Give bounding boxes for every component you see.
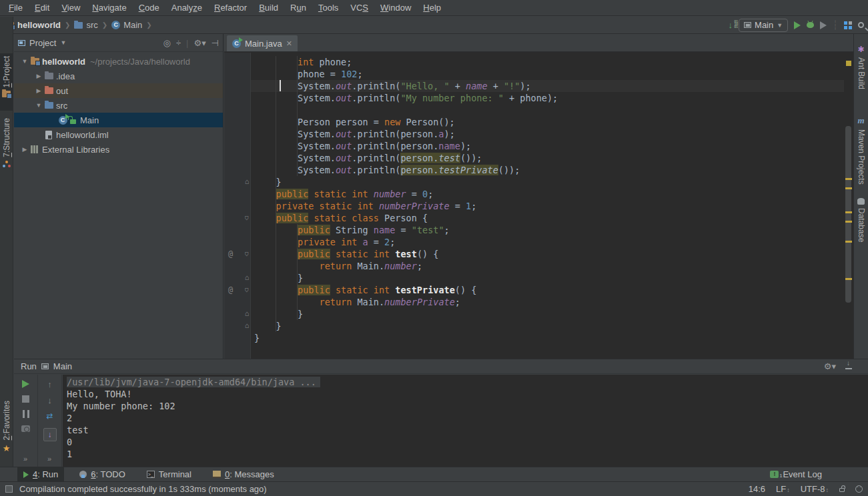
file-encoding[interactable]: UTF-8↕ <box>801 484 829 494</box>
menu-view[interactable]: View <box>55 0 86 16</box>
up-stack-trace-icon[interactable]: ↑ <box>47 380 52 389</box>
tool-button-1-project[interactable]: 1:Project <box>0 53 13 111</box>
fold-marker-icon[interactable]: ⌂ <box>243 214 251 222</box>
more-icon[interactable]: » <box>47 455 52 463</box>
error-stripe-mark[interactable] <box>845 187 852 189</box>
search-everywhere-icon[interactable] <box>858 22 864 28</box>
tree-item-label: src <box>56 101 67 111</box>
menu-refactor[interactable]: Refactor <box>208 0 253 16</box>
more-icon[interactable]: » <box>23 455 28 463</box>
down-stack-trace-icon[interactable]: ↓ <box>47 396 52 405</box>
breadcrumb-helloworld[interactable]: helloworld <box>5 20 61 30</box>
status-message: Compilation completed successfully in 1s… <box>19 484 267 494</box>
error-stripe-mark[interactable] <box>845 241 852 243</box>
line-separator[interactable]: LF↕ <box>776 484 790 494</box>
thread-dump-icon[interactable] <box>21 425 30 432</box>
menu-edit[interactable]: Edit <box>29 0 55 16</box>
menu-run[interactable]: Run <box>284 0 312 16</box>
locate-file-icon[interactable]: ◎ <box>163 38 171 48</box>
tab-main-java[interactable]: C Main.java ✕ <box>227 35 298 51</box>
analysis-status-icon[interactable] <box>846 61 851 66</box>
tool-button-2-favorites[interactable]: 2:Favorites★ <box>0 398 13 461</box>
tool-button-maven-projects[interactable]: mMaven Projects <box>854 113 868 190</box>
run-configuration-select[interactable]: Main ▼ <box>739 19 788 32</box>
tree-item--idea[interactable]: ▶.idea <box>14 69 223 83</box>
tree-item-src[interactable]: ▼src <box>14 98 223 113</box>
rerun-button[interactable] <box>22 380 29 388</box>
caret-position[interactable]: 14:6 <box>749 484 765 494</box>
run-panel-title[interactable]: Run <box>21 361 37 371</box>
menu-vcs[interactable]: VCS <box>344 0 374 16</box>
menu-code[interactable]: Code <box>133 0 165 16</box>
fold-marker-icon[interactable]: ⌂ <box>243 322 251 330</box>
gear-icon[interactable]: ⚙▾ <box>193 38 205 48</box>
error-stripe-mark[interactable] <box>845 178 852 180</box>
error-stripe-mark[interactable] <box>845 278 852 280</box>
menu-tools[interactable]: Tools <box>312 0 344 16</box>
scrollbar-thumb[interactable] <box>845 126 851 303</box>
chevron-down-icon[interactable]: ▼ <box>60 39 66 46</box>
menu-file[interactable]: File <box>3 0 29 16</box>
right-tool-stripe: ✱Ant BuildmMaven ProjectsDatabase <box>853 34 868 359</box>
breadcrumb-Main[interactable]: CMain <box>111 20 142 30</box>
error-stripe-mark[interactable] <box>845 211 852 213</box>
run-console[interactable]: /usr/lib/jvm/java-7-openjdk-amd64/bin/ja… <box>63 375 868 467</box>
toolwindow-toggle-icon[interactable] <box>5 485 13 493</box>
hide-panel-icon[interactable] <box>845 363 852 369</box>
tool-button-7-structure[interactable]: 7:Structure <box>0 115 13 182</box>
pause-output-button[interactable] <box>23 410 29 418</box>
debug-button[interactable] <box>807 22 814 28</box>
chevron-expanded-icon[interactable]: ▼ <box>35 102 43 109</box>
annotation-icon[interactable]: @ <box>228 249 233 259</box>
highlighting-level-icon[interactable] <box>855 485 863 493</box>
project-view-icon <box>18 40 25 46</box>
chevron-collapsed-icon[interactable]: ▶ <box>35 87 43 94</box>
run-button[interactable] <box>794 21 801 29</box>
fold-marker-icon[interactable]: ⌂ <box>243 274 251 282</box>
gear-icon[interactable]: ⚙▾ <box>824 361 836 371</box>
stop-button[interactable] <box>22 395 29 403</box>
tree-item-helloworld-iml[interactable]: helloworld.iml <box>14 127 223 142</box>
tree-item-main[interactable]: CMain <box>14 113 223 127</box>
error-stripe-mark[interactable] <box>845 221 852 223</box>
scroll-to-end-icon[interactable]: ↓ <box>43 428 57 441</box>
fold-marker-icon[interactable]: ⌂ <box>243 250 251 258</box>
menu-navigate[interactable]: Navigate <box>86 0 132 16</box>
soft-wrap-icon[interactable]: ⇄ <box>46 412 53 421</box>
tool-button-4-run[interactable]: 4: Run <box>17 467 64 482</box>
chevron-collapsed-icon[interactable]: ▶ <box>21 146 29 153</box>
fold-marker-icon[interactable]: ⌂ <box>243 178 251 186</box>
menu-help[interactable]: Help <box>417 0 447 16</box>
event-log-button[interactable]: !1Event Log <box>764 467 828 482</box>
tool-button-database[interactable]: Database <box>854 195 868 251</box>
close-icon[interactable]: ✕ <box>286 39 292 48</box>
menu-analyze[interactable]: Analyze <box>165 0 208 16</box>
tree-item-external-libraries[interactable]: ▶External Libraries <box>14 142 223 157</box>
tree-item-out[interactable]: ▶out <box>14 83 223 98</box>
collapse-all-icon[interactable]: ÷ <box>176 38 181 48</box>
breadcrumb-src[interactable]: src <box>74 20 97 30</box>
run-panel-header: Run Main ⚙▾ <box>14 359 868 374</box>
chevron-expanded-icon[interactable]: ▼ <box>21 58 29 65</box>
fold-marker-icon[interactable]: ⌂ <box>243 286 251 294</box>
project-structure-button[interactable] <box>844 21 852 29</box>
annotation-icon[interactable]: @ <box>228 285 233 295</box>
fold-marker-icon[interactable]: ⌂ <box>243 310 251 318</box>
tree-item-helloworld[interactable]: ▼helloworld~/projects/Java/helloworld <box>14 54 223 69</box>
hide-panel-icon[interactable]: ⊣ <box>211 38 219 48</box>
vcs-update-icon[interactable]: ↓011001 <box>729 20 733 30</box>
folder-icon <box>45 73 53 79</box>
menu-build[interactable]: Build <box>253 0 284 16</box>
lock-icon[interactable] <box>839 488 845 492</box>
coverage-button[interactable] <box>820 21 827 29</box>
code-area[interactable]: ⌂⌂⌂⌂⌂⌂⌂@@ int phone; phone = 102; System… <box>224 53 853 359</box>
tool-button-6-todo[interactable]: 6: TODO <box>73 467 131 482</box>
editor-scrollbar[interactable] <box>844 53 853 359</box>
tool-button-0-messages[interactable]: 0: Messages <box>207 467 280 482</box>
editor-gutter[interactable]: ⌂⌂⌂⌂⌂⌂⌂@@ <box>224 53 251 359</box>
tool-button-terminal[interactable]: >_Terminal <box>141 467 197 482</box>
chevron-collapsed-icon[interactable]: ▶ <box>35 73 43 79</box>
project-panel-title[interactable]: Project <box>29 38 56 48</box>
tool-button-ant-build[interactable]: ✱Ant Build <box>854 42 868 101</box>
menu-window[interactable]: Window <box>374 0 417 16</box>
